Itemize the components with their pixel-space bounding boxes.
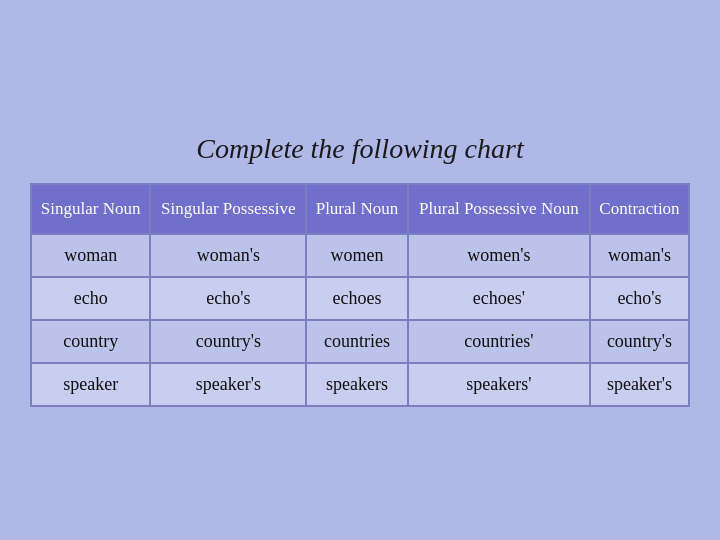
cell-3-4: speaker's bbox=[590, 363, 689, 406]
header-cell-3: Plural Possessive Noun bbox=[408, 184, 590, 234]
cell-2-4: country's bbox=[590, 320, 689, 363]
cell-1-3: echoes' bbox=[408, 277, 590, 320]
cell-3-1: speaker's bbox=[150, 363, 306, 406]
cell-2-0: country bbox=[31, 320, 150, 363]
cell-3-0: speaker bbox=[31, 363, 150, 406]
cell-3-3: speakers' bbox=[408, 363, 590, 406]
table-row: countrycountry'scountriescountries'count… bbox=[31, 320, 689, 363]
table-row: womanwoman'swomenwomen'swoman's bbox=[31, 234, 689, 277]
header-cell-1: Singular Possessive bbox=[150, 184, 306, 234]
table-body: womanwoman'swomenwomen'swoman'sechoecho'… bbox=[31, 234, 689, 406]
table-row: echoecho'sechoesechoes'echo's bbox=[31, 277, 689, 320]
cell-0-3: women's bbox=[408, 234, 590, 277]
chart-wrapper: Singular NounSingular PossessivePlural N… bbox=[30, 183, 690, 407]
cell-0-0: woman bbox=[31, 234, 150, 277]
header-cell-0: Singular Noun bbox=[31, 184, 150, 234]
cell-1-2: echoes bbox=[306, 277, 407, 320]
cell-3-2: speakers bbox=[306, 363, 407, 406]
header-cell-4: Contraction bbox=[590, 184, 689, 234]
cell-2-1: country's bbox=[150, 320, 306, 363]
header-row: Singular NounSingular PossessivePlural N… bbox=[31, 184, 689, 234]
cell-2-2: countries bbox=[306, 320, 407, 363]
cell-2-3: countries' bbox=[408, 320, 590, 363]
cell-1-1: echo's bbox=[150, 277, 306, 320]
table-row: speakerspeaker'sspeakersspeakers'speaker… bbox=[31, 363, 689, 406]
header-cell-2: Plural Noun bbox=[306, 184, 407, 234]
cell-0-2: women bbox=[306, 234, 407, 277]
cell-0-4: woman's bbox=[590, 234, 689, 277]
cell-1-0: echo bbox=[31, 277, 150, 320]
page-title: Complete the following chart bbox=[196, 133, 523, 165]
cell-1-4: echo's bbox=[590, 277, 689, 320]
cell-0-1: woman's bbox=[150, 234, 306, 277]
chart-table: Singular NounSingular PossessivePlural N… bbox=[30, 183, 690, 407]
